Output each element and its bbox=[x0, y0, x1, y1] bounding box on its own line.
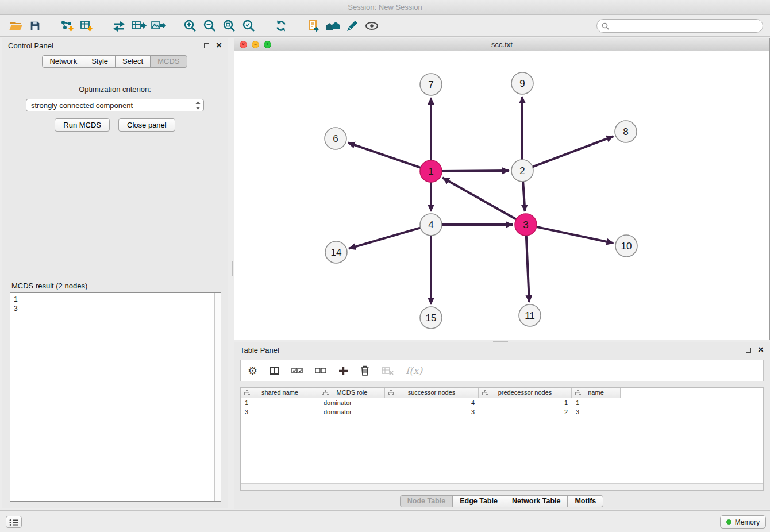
add-row-icon[interactable] bbox=[338, 366, 348, 376]
tab-network[interactable]: Network bbox=[42, 55, 84, 68]
function-builder-icon[interactable]: f(x) bbox=[406, 365, 422, 376]
table-cell-shared-name[interactable]: 1 bbox=[241, 398, 319, 407]
graph-node-3[interactable]: 3 bbox=[515, 214, 537, 236]
column-header-successor-nodes[interactable]: successor nodes bbox=[385, 388, 479, 398]
graph-node-8[interactable]: 8 bbox=[615, 121, 637, 142]
float-table-panel-icon[interactable] bbox=[746, 348, 751, 353]
table-cell-name[interactable]: 3 bbox=[572, 407, 621, 417]
graph-edge-1-2[interactable] bbox=[442, 171, 509, 171]
table-row[interactable]: 1dominator411 bbox=[241, 398, 763, 407]
graph-node-9[interactable]: 9 bbox=[511, 72, 533, 94]
table-cell-mcds-role[interactable]: dominator bbox=[319, 398, 385, 407]
graph-edge-4-14[interactable] bbox=[349, 228, 421, 248]
zoom-in-icon[interactable] bbox=[180, 17, 200, 34]
tab-network-table[interactable]: Network Table bbox=[505, 495, 568, 507]
network-canvas[interactable]: 7968124314101511 bbox=[234, 51, 769, 340]
column-header-mcds-role[interactable]: MCDS role bbox=[319, 388, 385, 398]
refresh-icon[interactable] bbox=[271, 17, 291, 34]
optimization-criterion-select[interactable]: strongly connected component bbox=[26, 99, 204, 111]
delete-row-trash-icon[interactable] bbox=[360, 365, 369, 376]
main-toolbar bbox=[0, 15, 770, 37]
search-field[interactable] bbox=[596, 19, 763, 33]
svg-text:15: 15 bbox=[426, 313, 437, 323]
export-table-icon[interactable] bbox=[129, 17, 148, 34]
table-cell-predecessor-nodes[interactable]: 2 bbox=[479, 407, 572, 417]
table-row[interactable]: 3dominator323 bbox=[241, 407, 763, 417]
vertical-splitter[interactable] bbox=[229, 261, 233, 276]
table-cell-predecessor-nodes[interactable]: 1 bbox=[479, 398, 572, 407]
svg-text:4: 4 bbox=[428, 219, 433, 230]
graph-node-2[interactable]: 2 bbox=[511, 160, 533, 182]
mcds-result-list: 13 bbox=[10, 293, 214, 501]
close-window-icon[interactable]: × bbox=[240, 41, 247, 48]
split-columns-icon[interactable] bbox=[270, 367, 279, 375]
copy-view-icon[interactable] bbox=[303, 17, 323, 34]
task-list-button[interactable] bbox=[6, 516, 22, 528]
settings-gear-icon[interactable]: ⚙ bbox=[248, 364, 257, 377]
zoom-out-icon[interactable] bbox=[200, 17, 220, 34]
graph-node-6[interactable]: 6 bbox=[325, 128, 346, 149]
style-brush-icon[interactable] bbox=[342, 17, 362, 34]
svg-text:6: 6 bbox=[333, 133, 338, 144]
search-input[interactable] bbox=[613, 22, 758, 30]
graph-edge-3-10[interactable] bbox=[537, 227, 614, 243]
network-window: scc.txt × − + 7968124314101511 bbox=[234, 38, 770, 340]
graph-edge-3-11[interactable] bbox=[526, 236, 529, 302]
delete-table-icon[interactable] bbox=[382, 367, 394, 375]
graph-edge-2-8[interactable] bbox=[533, 136, 614, 167]
graph-node-1[interactable]: 1 bbox=[420, 160, 442, 182]
table-panel-title: Table Panel bbox=[240, 346, 279, 354]
network-window-titlebar[interactable]: scc.txt × − + bbox=[234, 38, 769, 51]
select-all-icon[interactable] bbox=[291, 367, 303, 374]
graph-edge-1-6[interactable] bbox=[348, 143, 421, 168]
criterion-value: strongly connected component bbox=[31, 101, 133, 110]
column-header-name[interactable]: name bbox=[572, 388, 621, 398]
tab-mcds[interactable]: MCDS bbox=[150, 55, 187, 68]
memory-button[interactable]: Memory bbox=[720, 515, 766, 529]
eye-icon[interactable] bbox=[362, 17, 382, 34]
table-cell-shared-name[interactable]: 3 bbox=[241, 407, 319, 417]
table-horizontal-scrollbar[interactable] bbox=[241, 483, 763, 490]
table-cell-successor-nodes[interactable]: 3 bbox=[385, 407, 479, 417]
table-cell-mcds-role[interactable]: dominator bbox=[319, 407, 385, 417]
result-scrollbar[interactable] bbox=[214, 293, 221, 501]
column-header-shared-name[interactable]: shared name bbox=[241, 388, 319, 398]
minimize-window-icon[interactable]: − bbox=[252, 41, 259, 48]
graph-node-10[interactable]: 10 bbox=[615, 235, 637, 257]
tab-motifs[interactable]: Motifs bbox=[567, 495, 603, 507]
open-file-icon[interactable] bbox=[6, 17, 25, 34]
control-panel-tabs: NetworkStyleSelectMCDS bbox=[2, 55, 228, 68]
window-titlebar: Session: New Session bbox=[0, 0, 770, 15]
run-mcds-button[interactable]: Run MCDS bbox=[55, 118, 110, 132]
home-icon[interactable] bbox=[323, 17, 342, 34]
import-table-icon[interactable] bbox=[77, 17, 97, 34]
tab-edge-table[interactable]: Edge Table bbox=[452, 495, 505, 507]
save-icon[interactable] bbox=[25, 17, 45, 34]
table-cell-successor-nodes[interactable]: 4 bbox=[385, 398, 479, 407]
graph-node-11[interactable]: 11 bbox=[519, 304, 541, 326]
graph-node-7[interactable]: 7 bbox=[420, 74, 442, 95]
zoom-selected-icon[interactable] bbox=[239, 17, 259, 34]
tab-style[interactable]: Style bbox=[84, 55, 116, 68]
maximize-window-icon[interactable]: + bbox=[264, 41, 271, 48]
table-cell-name[interactable]: 1 bbox=[572, 398, 621, 407]
import-network-icon[interactable] bbox=[57, 17, 77, 34]
table-tabs: Node TableEdge TableNetwork TableMotifs bbox=[234, 495, 770, 507]
deselect-all-icon[interactable] bbox=[315, 367, 326, 374]
column-header-predecessor-nodes[interactable]: predecessor nodes bbox=[479, 388, 572, 398]
close-panel-button[interactable]: Close panel bbox=[118, 118, 175, 132]
graph-node-15[interactable]: 15 bbox=[420, 307, 442, 329]
zoom-fit-icon[interactable] bbox=[220, 17, 239, 34]
graph-node-4[interactable]: 4 bbox=[420, 214, 442, 236]
graph-edge-2-3[interactable] bbox=[523, 182, 525, 211]
close-table-panel-icon[interactable]: × bbox=[758, 347, 764, 353]
export-image-icon[interactable] bbox=[148, 17, 168, 34]
graph-edge-3-1[interactable] bbox=[442, 178, 516, 219]
tab-select[interactable]: Select bbox=[115, 55, 151, 68]
tab-node-table[interactable]: Node Table bbox=[400, 495, 453, 507]
graph-node-14[interactable]: 14 bbox=[325, 241, 347, 263]
close-panel-icon[interactable]: × bbox=[216, 43, 222, 48]
network-arrows-icon[interactable] bbox=[109, 17, 129, 34]
svg-text:11: 11 bbox=[525, 310, 535, 321]
float-panel-icon[interactable] bbox=[204, 43, 209, 48]
